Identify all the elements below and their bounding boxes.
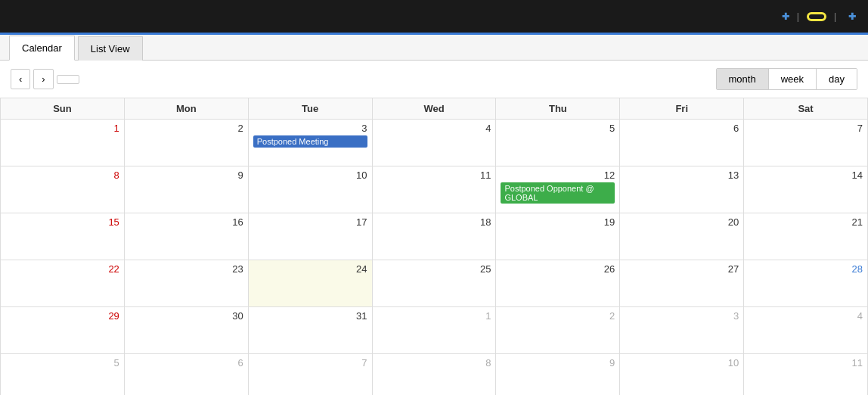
cal-cell[interactable]: 12Postponed Opponent @ GLOBAL [496, 166, 620, 213]
day-number: 7 [253, 357, 367, 369]
nav-controls: ‹ › [11, 69, 79, 89]
cal-cell[interactable]: 18 [373, 213, 497, 260]
header: ✚ | | ✚ [0, 0, 868, 35]
cal-cell[interactable]: 15 [1, 213, 125, 260]
day-number: 5 [5, 357, 119, 369]
tab-calendar[interactable]: Calendar [9, 36, 75, 61]
cal-cell[interactable]: 1 [373, 307, 497, 354]
day-number: 2 [501, 310, 615, 322]
day-number: 2 [129, 123, 243, 134]
cal-cell[interactable]: 19 [496, 213, 620, 260]
day-number: 10 [625, 357, 739, 369]
create-plus-icon: ✚ [848, 11, 856, 22]
day-number: 7 [749, 123, 863, 134]
print-plus-icon: ✚ [782, 11, 789, 22]
day-number: 3 [625, 310, 739, 322]
day-number: 11 [749, 357, 863, 369]
cal-cell[interactable]: 10 [249, 166, 373, 213]
tab-list-view[interactable]: List View [78, 36, 143, 61]
cal-cell[interactable]: 20 [620, 213, 744, 260]
event-block[interactable]: Postponed Opponent @ GLOBAL [501, 182, 615, 204]
day-number: 8 [5, 170, 119, 181]
day-number: 5 [501, 123, 615, 134]
today-button[interactable] [57, 75, 79, 84]
prev-button[interactable]: ‹ [11, 69, 30, 89]
day-header-tue: Tue [249, 98, 373, 120]
cal-cell[interactable]: 31 [249, 307, 373, 354]
day-number: 13 [625, 170, 739, 181]
day-headers: SunMonTueWedThuFriSat [1, 98, 868, 120]
cal-cell[interactable]: 4 [744, 307, 868, 354]
day-number: 6 [129, 357, 243, 369]
event-block[interactable]: Postponed Meeting [253, 135, 367, 148]
month-view-button[interactable]: month [717, 69, 769, 89]
day-number: 28 [749, 263, 863, 275]
day-number: 9 [501, 357, 615, 369]
day-number: 4 [749, 310, 863, 322]
day-number: 23 [129, 263, 243, 275]
day-view-button[interactable]: day [817, 69, 857, 89]
cal-cell[interactable]: 27 [620, 260, 744, 307]
cal-cell[interactable]: 7 [744, 120, 868, 166]
cal-cell[interactable]: 5 [496, 120, 620, 166]
cal-cell[interactable]: 10 [620, 354, 744, 395]
day-number: 21 [749, 216, 863, 228]
tabs-bar: Calendar List View [0, 35, 868, 61]
cal-cell[interactable]: 21 [744, 213, 868, 260]
cal-cell[interactable]: 1 [1, 120, 125, 166]
day-number: 14 [749, 170, 863, 181]
day-number: 3 [253, 123, 367, 134]
day-header-mon: Mon [125, 98, 249, 120]
cal-cell[interactable]: 3 [620, 307, 744, 354]
day-number: 12 [501, 170, 615, 181]
cal-cell[interactable]: 3Postponed Meeting [249, 120, 373, 166]
day-number: 1 [377, 310, 491, 322]
cal-cell[interactable]: 2 [496, 307, 620, 354]
day-number: 29 [5, 310, 119, 322]
cal-cell[interactable]: 30 [125, 307, 249, 354]
cal-cell[interactable]: 6 [620, 120, 744, 166]
day-number: 31 [253, 310, 367, 322]
cal-cell[interactable]: 7 [249, 354, 373, 395]
day-number: 27 [625, 263, 739, 275]
cal-cell[interactable]: 25 [373, 260, 497, 307]
day-number: 22 [5, 263, 119, 275]
cal-cell[interactable]: 8 [373, 354, 497, 395]
day-number: 1 [5, 123, 119, 134]
cal-cell[interactable]: 14 [744, 166, 868, 213]
cal-cell[interactable]: 13 [620, 166, 744, 213]
cal-cell[interactable]: 28 [744, 260, 868, 307]
cal-cell[interactable]: 26 [496, 260, 620, 307]
cal-cell[interactable]: 9 [496, 354, 620, 395]
day-number: 26 [501, 263, 615, 275]
cal-cell[interactable]: 24 [249, 260, 373, 307]
calendar-toolbar: ‹ › month week day [0, 61, 868, 98]
cal-cell[interactable]: 23 [125, 260, 249, 307]
day-number: 19 [501, 216, 615, 228]
cal-cell[interactable]: 16 [125, 213, 249, 260]
cal-cell[interactable]: 4 [373, 120, 497, 166]
day-number: 6 [625, 123, 739, 134]
cal-cell[interactable]: 9 [125, 166, 249, 213]
cal-cell[interactable]: 17 [249, 213, 373, 260]
cal-cell[interactable]: 11 [373, 166, 497, 213]
header-actions: ✚ | | ✚ [777, 11, 856, 22]
cal-cell[interactable]: 22 [1, 260, 125, 307]
week-view-button[interactable]: week [769, 69, 817, 89]
day-number: 30 [129, 310, 243, 322]
cal-cell[interactable]: 6 [125, 354, 249, 395]
cal-cell[interactable]: 29 [1, 307, 125, 354]
subscribe-button[interactable] [807, 12, 826, 21]
day-number: 4 [377, 123, 491, 134]
cal-cell[interactable]: 5 [1, 354, 125, 395]
view-buttons: month week day [716, 68, 857, 90]
next-button[interactable]: › [33, 69, 53, 89]
day-header-thu: Thu [496, 98, 620, 120]
calendar-grid: SunMonTueWedThuFriSat 123Postponed Meeti… [0, 98, 868, 395]
day-number: 11 [377, 170, 491, 181]
day-header-fri: Fri [620, 98, 744, 120]
cal-cell[interactable]: 2 [125, 120, 249, 166]
cal-cell[interactable]: 8 [1, 166, 125, 213]
day-header-sat: Sat [744, 98, 868, 120]
cal-cell[interactable]: 11 [744, 354, 868, 395]
